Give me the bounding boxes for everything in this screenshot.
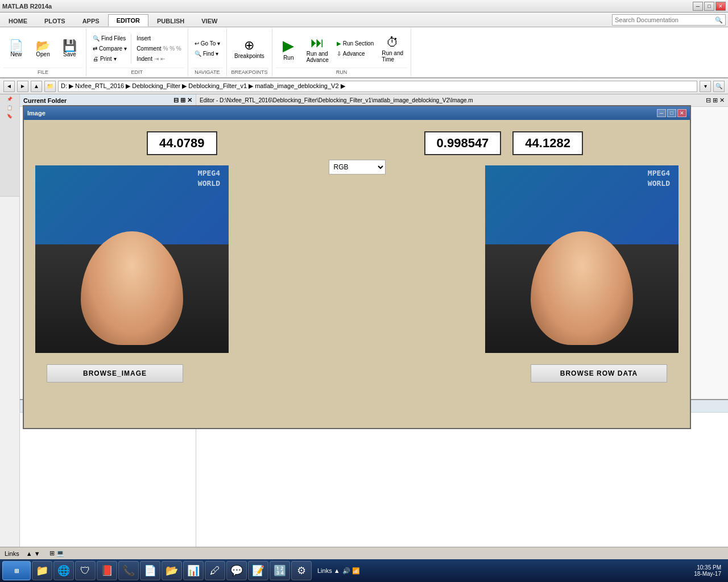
up-button[interactable]: ▲ <box>31 81 42 92</box>
indent-button[interactable]: Indent ⇥ ⇤ <box>134 54 184 64</box>
browse-buttons-row: BROWSE_IMAGE BROWSE ROW DATA <box>35 364 679 383</box>
left-image: MPEG4WORLD <box>35 165 229 353</box>
search-icon: 🔍 <box>715 16 723 24</box>
close-button[interactable]: ✕ <box>715 2 726 11</box>
path-dropdown-button[interactable]: ▾ <box>700 81 711 92</box>
breakpoints-icon: ⊕ <box>244 38 254 53</box>
save-button[interactable]: 💾 Save <box>57 37 82 60</box>
find-button[interactable]: 🔍 Find ▾ <box>192 49 223 59</box>
sidebar-icon-2[interactable]: 📋 <box>1 104 18 111</box>
ribbon-group-navigate: ↩ Go To ▾ 🔍 Find ▾ NAVIGATE <box>188 28 227 76</box>
address-bar: ◄ ► ▲ 📁 D: ▶ Nxfee_RTL_2016 ▶ Deblocking… <box>0 78 728 94</box>
compare-icon: ⇄ <box>93 45 97 52</box>
status-links: Links <box>5 550 19 557</box>
taskbar-extra[interactable]: ⚙ <box>291 561 312 580</box>
open-button[interactable]: 📂 Open <box>30 37 56 60</box>
run-advance-button[interactable]: ⏭ Run and Advance <box>303 32 333 66</box>
file-group-label: FILE <box>3 68 82 75</box>
figure-window-controls: ─ □ ✕ <box>657 109 686 117</box>
run-section-button[interactable]: ▶ Run Section <box>334 39 377 48</box>
print-icon: 🖨 <box>93 56 98 62</box>
tab-plots[interactable]: PLOTS <box>36 14 74 27</box>
tab-home[interactable]: HOME <box>0 14 36 27</box>
back-button[interactable]: ◄ <box>3 81 15 92</box>
tab-editor[interactable]: EDITOR <box>108 14 148 27</box>
figure-minimize-button[interactable]: ─ <box>657 109 666 117</box>
taskbar-excel[interactable]: 📊 <box>183 561 204 580</box>
goto-button[interactable]: ↩ Go To ▾ <box>192 39 223 48</box>
minimize-button[interactable]: ─ <box>693 2 703 11</box>
tab-publish[interactable]: PUBLISH <box>148 14 193 27</box>
start-button[interactable]: ⊞ <box>2 561 31 580</box>
breakpoints-group-label: BREAKPOINTS <box>230 68 268 75</box>
images-row: MPEG4WORLD RGB Grayscale YCbCr <box>35 160 679 353</box>
taskbar-browser[interactable]: 🌐 <box>53 561 74 580</box>
find-files-icon: 🔍 <box>93 35 100 41</box>
window-controls: ─ □ ✕ <box>693 2 726 11</box>
tab-view[interactable]: VIEW <box>193 14 226 27</box>
status-bar: Links ▲ ▼ ⊞ 💻 <box>0 547 728 559</box>
metrics-row: 44.0789 0.998547 44.1282 <box>35 131 679 155</box>
taskbar-explorer[interactable]: 📁 <box>32 561 52 580</box>
taskbar-word[interactable]: 📝 <box>248 561 268 580</box>
insert-button[interactable]: Insert <box>134 34 184 43</box>
taskbar-docs[interactable]: 📄 <box>140 561 160 580</box>
figure-maximize-button[interactable]: □ <box>667 109 676 117</box>
run-time-button[interactable]: ⏱ Run and Time <box>378 32 407 65</box>
advance-icon: ⇩ <box>337 51 341 57</box>
run-section-icon: ▶ <box>337 40 341 47</box>
system-tray: Links ▲ 🔊 📶 <box>313 567 365 575</box>
taskbar: ⊞ 📁 🌐 🛡 📕 📞 📄 📂 📊 🖊 💬 📝 🔢 ⚙ Links ▲ 🔊 📶 … <box>0 559 728 582</box>
breadcrumb: D: ▶ Nxfee_RTL_2016 ▶ Deblocking_Filter … <box>61 82 345 90</box>
run-icon: ▶ <box>283 37 294 55</box>
path-search-button[interactable]: 🔍 <box>713 81 725 92</box>
status-extra: ⊞ 💻 <box>49 550 64 557</box>
folder-controls: ⊟ ⊞ ✕ <box>173 97 192 104</box>
title-bar: MATLAB R2014a ─ □ ✕ <box>0 0 728 13</box>
path-bar[interactable]: D: ▶ Nxfee_RTL_2016 ▶ Deblocking_Filter … <box>58 81 697 92</box>
run-advance-icon: ⏭ <box>311 35 324 51</box>
rgb-dropdown[interactable]: RGB Grayscale YCbCr <box>329 160 386 174</box>
figure-titlebar: Image ─ □ ✕ <box>24 106 690 120</box>
new-icon: 📄 <box>9 40 23 51</box>
figure-content: 44.0789 0.998547 44.1282 MPEG4WORLD <box>24 120 690 428</box>
forward-button[interactable]: ► <box>17 81 28 92</box>
search-input[interactable] <box>615 16 715 23</box>
figure-close-button[interactable]: ✕ <box>677 109 686 117</box>
ribbon-group-file: 📄 New 📂 Open 💾 Save FILE <box>0 28 86 76</box>
status-arrow: ▲ ▼ <box>26 550 40 557</box>
browse-image-button[interactable]: BROWSE_IMAGE <box>47 364 183 383</box>
navigate-group-label: NAVIGATE <box>192 68 223 75</box>
run-button[interactable]: ▶ Run <box>276 34 301 64</box>
taskbar-pdf[interactable]: 📕 <box>97 561 117 580</box>
compare-button[interactable]: ⇄ Compare▾ <box>90 44 130 53</box>
metric-left: 44.0789 <box>147 131 217 155</box>
browse-row-data-button[interactable]: BROWSE ROW DATA <box>531 364 667 383</box>
taskbar-vim[interactable]: 🖊 <box>205 561 225 580</box>
find-files-button[interactable]: 🔍 Find Files <box>90 34 130 43</box>
taskbar-matlab[interactable]: 🔢 <box>270 561 290 580</box>
run-group-label: RUN <box>276 68 407 75</box>
taskbar-phone[interactable]: 📞 <box>118 561 139 580</box>
sidebar-icon-3[interactable]: 🔖 <box>1 113 18 120</box>
print-button[interactable]: 🖨 Print▾ <box>90 54 130 64</box>
editor-file-path: Editor - D:\Nxfee_RTL_2016\Deblocking_Fi… <box>200 97 473 103</box>
breakpoints-button[interactable]: ⊕ Breakpoints <box>230 35 268 62</box>
new-button[interactable]: 📄 New <box>3 37 29 60</box>
taskbar-folder2[interactable]: 📂 <box>162 561 182 580</box>
maximize-button[interactable]: □ <box>704 2 714 11</box>
figure-title: Image <box>27 110 46 117</box>
advance-button[interactable]: ⇩ Advance <box>334 49 377 59</box>
comment-button[interactable]: Comment % % % <box>134 44 184 53</box>
left-sidebar: 📌 📋 🔖 <box>0 94 20 547</box>
tab-apps[interactable]: APPS <box>74 14 108 27</box>
metric-right-2: 44.1282 <box>512 131 583 155</box>
search-box[interactable]: 🔍 <box>612 14 726 26</box>
right-image: MPEG4WORLD <box>485 165 679 353</box>
center-controls: RGB Grayscale YCbCr <box>240 160 474 186</box>
taskbar-clock: 10:35 PM 18-May-17 <box>694 564 726 577</box>
folder-icon: 📁 <box>44 81 56 92</box>
sidebar-icon-1[interactable]: 📌 <box>1 95 18 103</box>
taskbar-antivirus[interactable]: 🛡 <box>75 561 96 580</box>
taskbar-skype[interactable]: 💬 <box>226 561 247 580</box>
